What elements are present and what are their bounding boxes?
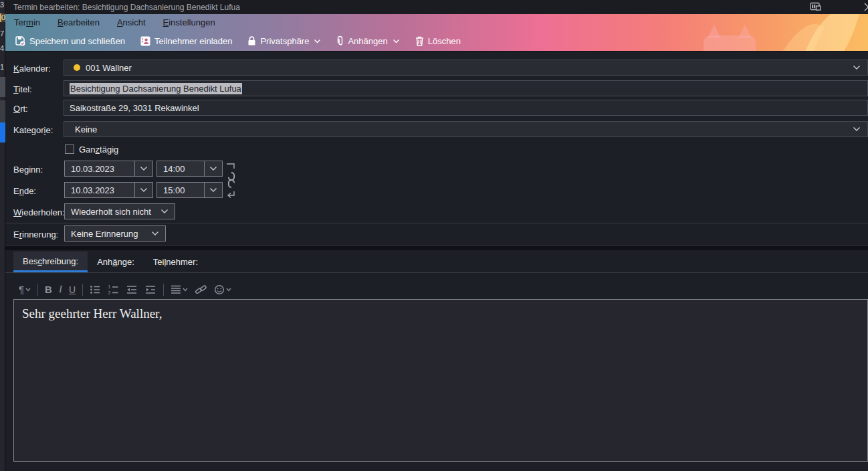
paragraph-icon: ¶	[19, 284, 24, 295]
titlebar[interactable]: Termin bearbeiten: Besichtigung Dachsani…	[5, 0, 868, 14]
background-window-edge: 3 0 7 4 1	[0, 0, 5, 471]
strip-week-number: 3	[0, 1, 5, 9]
toolbar-separator	[82, 284, 83, 296]
button-label: Anhängen	[348, 36, 387, 46]
menu-ansicht[interactable]: Ansicht	[117, 17, 146, 27]
reminder-select[interactable]: Keine Erinnerung	[64, 225, 166, 242]
menu-einstellungen[interactable]: Einstellungen	[163, 17, 215, 27]
menubar: Termin Bearbeiten Ansicht Einstellungen	[5, 14, 868, 30]
numbered-list-button[interactable]: 1 2	[108, 284, 119, 295]
emoji-button[interactable]	[214, 284, 231, 295]
chevron-down-icon	[135, 166, 152, 171]
category-select[interactable]: Keine	[64, 121, 868, 137]
tabs-rule	[5, 272, 868, 273]
editor-toolbar: ¶ B I U 1 2	[19, 280, 231, 298]
chevron-down-icon	[151, 231, 159, 236]
allday-label[interactable]: Ganztägig	[79, 145, 118, 155]
reminder-value: Keine Erinnerung	[71, 229, 138, 239]
chevron-down-icon	[853, 126, 861, 132]
repeat-label: Wiederholen:	[13, 207, 65, 217]
chevron-down-icon	[853, 65, 861, 70]
event-edit-dialog: 3 0 7 4 1 Termin bearbeiten: Besichtigun…	[0, 0, 868, 471]
outdent-button[interactable]	[126, 284, 138, 295]
location-value: Saikostraße 29, 3031 Rekawinkel	[70, 103, 199, 113]
start-date-select[interactable]: 10.03.2023	[64, 161, 153, 177]
strip-block	[0, 77, 5, 97]
link-times-icon	[224, 161, 239, 199]
chevron-down-icon	[393, 39, 400, 43]
repeat-value: Wiederholt sich nicht	[71, 207, 151, 217]
start-label: Beginn:	[13, 165, 43, 175]
end-date-value: 10.03.2023	[65, 185, 134, 195]
strip-week-number: 4	[0, 44, 5, 53]
menu-termin[interactable]: Termin	[14, 17, 40, 27]
save-and-close-button[interactable]: Speichern und schließen	[9, 33, 130, 50]
title-label: Titel:	[13, 84, 32, 94]
location-input[interactable]: Saikostraße 29, 3031 Rekawinkel	[64, 100, 868, 116]
tab-anhaenge[interactable]: Anhänge:	[88, 252, 144, 272]
invite-attendees-button[interactable]: Teilnehmer einladen	[134, 33, 237, 50]
separator-band	[5, 246, 868, 250]
strip-selection-block	[0, 122, 5, 143]
chevron-down-icon	[314, 39, 321, 43]
align-button[interactable]	[171, 285, 188, 294]
chevron-down-icon	[160, 209, 169, 214]
window-layout-icon[interactable]	[810, 2, 821, 11]
delete-button[interactable]: Löschen	[409, 33, 466, 50]
strip-week-number: 0	[0, 13, 5, 22]
location-label: Ort:	[13, 104, 28, 114]
window-title: Termin bearbeiten: Besichtigung Dachsani…	[13, 3, 240, 12]
category-value: Keine	[75, 124, 97, 134]
start-date-value: 10.03.2023	[65, 164, 134, 174]
end-time-value: 15:00	[157, 185, 204, 195]
toolbar-separator	[37, 284, 38, 296]
description-editor[interactable]: Sehr geehrter Herr Wallner,	[13, 299, 868, 462]
strip-week-number: 7	[0, 29, 5, 38]
tab-teilnehmer[interactable]: Teilnehmer:	[144, 252, 207, 272]
link-button[interactable]	[195, 284, 207, 295]
chevron-down-icon	[25, 288, 31, 292]
category-label: Kategorie:	[13, 125, 53, 135]
menu-bearbeiten[interactable]: Bearbeiten	[58, 17, 100, 27]
chevron-down-icon	[183, 288, 188, 292]
underline-button[interactable]: U	[69, 284, 76, 295]
chevron-down-icon	[226, 288, 231, 292]
repeat-select[interactable]: Wiederholt sich nicht	[64, 203, 175, 219]
dialog-window: Termin bearbeiten: Besichtigung Dachsani…	[5, 0, 868, 471]
chevron-down-icon	[205, 187, 222, 193]
lock-icon	[247, 35, 257, 46]
trash-icon	[415, 35, 425, 47]
bold-button[interactable]: B	[45, 284, 52, 295]
title-input[interactable]: Besichtigung Dachsanierung Benedikt Lufu…	[64, 80, 868, 96]
title-value-selected: Besichtigung Dachsanierung Benedikt Lufu…	[70, 83, 242, 94]
end-time-select[interactable]: 15:00	[156, 182, 223, 198]
start-time-value: 14:00	[157, 164, 204, 174]
svg-text:1: 1	[108, 284, 111, 289]
chevron-down-icon	[205, 166, 222, 171]
separator	[5, 223, 868, 223]
button-label: Teilnehmer einladen	[154, 36, 232, 46]
calendar-value: 001 Wallner	[86, 63, 132, 73]
bullet-list-button[interactable]	[90, 284, 101, 295]
allday-checkbox[interactable]	[65, 145, 74, 154]
privacy-button[interactable]: Privatsphäre	[241, 33, 326, 49]
invite-attendees-icon	[140, 35, 151, 47]
start-time-select[interactable]: 14:00	[156, 161, 223, 177]
strip-week-number: 1	[0, 63, 5, 72]
attach-button[interactable]: Anhängen	[330, 33, 405, 50]
paperclip-icon	[336, 35, 344, 47]
reminder-label: Erinnerung:	[13, 229, 58, 240]
toolbar: Speichern und schließen Teilnehmer einla…	[5, 30, 868, 52]
italic-button[interactable]: I	[59, 284, 62, 295]
close-icon[interactable]	[863, 2, 868, 12]
paragraph-format-button[interactable]: ¶	[19, 284, 31, 295]
chevron-down-icon	[135, 187, 152, 193]
header-gradient: Termin Bearbeiten Ansicht Einstellungen	[5, 14, 868, 52]
end-date-select[interactable]: 10.03.2023	[64, 182, 153, 198]
indent-button[interactable]	[144, 284, 156, 295]
tab-beschreibung[interactable]: Beschreibung:	[13, 252, 88, 272]
calendar-select[interactable]: 001 Wallner	[64, 60, 868, 76]
calendar-label: Kalender:	[13, 64, 51, 74]
button-label: Speichern und schließen	[29, 36, 125, 46]
calendar-color-dot	[74, 64, 80, 71]
